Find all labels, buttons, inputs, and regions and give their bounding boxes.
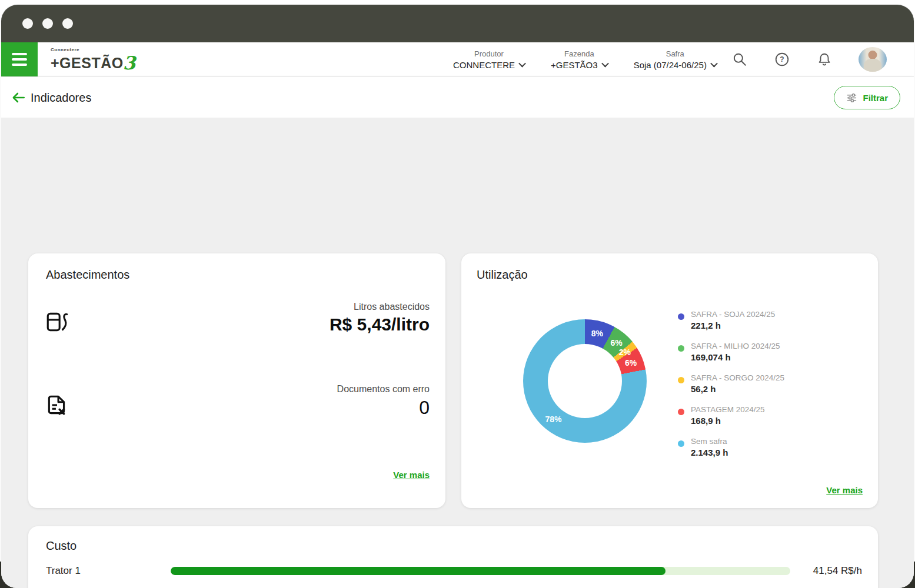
legend-value: 169,074 h [691, 352, 866, 362]
card-utilizacao-title: Utilização [477, 268, 528, 282]
logo-small-text: Connectere [51, 48, 135, 52]
custo-bar-track [171, 567, 790, 575]
legend-item: SAFRA - SORGO 2024/2556,2 h [678, 371, 866, 403]
user-avatar[interactable] [859, 47, 887, 72]
litros-abastecidos-label: Litros abastecidos [354, 302, 430, 312]
content-area: Abastecimentos Litros abastecidos R$ 5,4… [1, 118, 914, 588]
donut-slice-percentage: 8% [591, 329, 603, 338]
page-toolbar: Indicadores Filtrar [1, 77, 914, 118]
legend-color-dot [678, 377, 684, 383]
legend-label: SAFRA - MILHO 2024/25 [691, 339, 866, 350]
nav-produtor-dropdown[interactable]: Produtor CONNECTERE [453, 49, 525, 70]
browser-titlebar [1, 5, 914, 42]
bell-icon[interactable] [816, 51, 833, 68]
hamburger-menu-icon[interactable] [1, 42, 38, 76]
litros-abastecidos-value: R$ 5,43/litro [330, 315, 430, 335]
app-window: Connectere +GESTÃO3 Produtor CONNECTERE … [1, 5, 914, 588]
nav-safra-label: Safra [634, 49, 717, 58]
custo-row-label: Trator 1 [46, 565, 171, 577]
documentos-erro-value: 0 [419, 397, 430, 419]
legend-color-dot [678, 409, 684, 415]
nav-fazenda-label: Fazenda [551, 49, 608, 58]
legend-label: SAFRA - SORGO 2024/25 [691, 371, 866, 382]
app-logo: Connectere +GESTÃO3 [51, 48, 135, 71]
logo-suffix: 3 [123, 54, 136, 72]
chevron-down-icon [601, 59, 609, 67]
legend-value: 221,2 h [691, 320, 866, 330]
fuel-pump-icon [45, 309, 69, 334]
window-control-dot[interactable] [22, 18, 33, 29]
help-icon[interactable]: ? [774, 51, 790, 68]
legend-color-dot [678, 345, 684, 352]
nav-produtor-label: Produtor [453, 49, 525, 58]
custo-bar-fill [171, 567, 666, 575]
nav-safra-dropdown[interactable]: Safra Soja (07/24-06/25) [634, 49, 717, 70]
window-control-dot[interactable] [62, 18, 73, 29]
card-abastecimentos: Abastecimentos Litros abastecidos R$ 5,4… [28, 253, 445, 508]
legend-value: 168,9 h [691, 416, 866, 426]
custo-bar-row: Trator 141,54 R$/h [28, 559, 878, 583]
legend-label: Sem safra [691, 435, 866, 446]
legend-color-dot [678, 440, 684, 447]
donut-slice-percentage: 6% [610, 338, 622, 348]
chevron-down-icon [518, 59, 526, 67]
card-custo-title: Custo [46, 539, 76, 553]
card-utilizacao: Utilização 8%6%2%6%78% SAFRA - SOJA 2024… [461, 253, 878, 508]
documentos-erro-label: Documentos com erro [337, 384, 430, 395]
abastecimentos-ver-mais-link[interactable]: Ver mais [393, 470, 430, 480]
filter-button-label: Filtrar [863, 93, 888, 103]
card-custo: Custo Trator 141,54 R$/hTrator 234,51 R$… [28, 526, 878, 588]
utilizacao-ver-mais-link[interactable]: Ver mais [826, 485, 863, 495]
custo-bar-chart: Trator 141,54 R$/hTrator 234,51 R$/hTrat… [28, 559, 878, 588]
logo-main-text: +GESTÃO [51, 56, 124, 71]
page-title: Indicadores [31, 91, 91, 105]
nav-fazenda-value: +GESTÃO3 [551, 60, 598, 70]
nav-safra-value: Soja (07/24-06/25) [634, 60, 707, 70]
legend-item: SAFRA - MILHO 2024/25169,074 h [678, 339, 866, 371]
legend-item: SAFRA - SOJA 2024/25221,2 h [678, 308, 866, 339]
donut-slice-percentage: 2% [619, 348, 631, 357]
custo-row-value: 41,54 R$/h [801, 565, 862, 577]
legend-label: PASTAGEM 2024/25 [691, 403, 866, 414]
nav-produtor-value: CONNECTERE [453, 60, 515, 70]
nav-fazenda-dropdown[interactable]: Fazenda +GESTÃO3 [551, 49, 608, 70]
donut-slice-percentage: 78% [545, 415, 561, 424]
legend-item: PASTAGEM 2024/25168,9 h [678, 403, 866, 435]
legend-value: 56,2 h [691, 384, 866, 394]
utilizacao-donut-chart: 8%6%2%6%78% [523, 319, 647, 443]
legend-color-dot [678, 313, 684, 320]
document-error-icon [45, 393, 69, 418]
app-header: Connectere +GESTÃO3 Produtor CONNECTERE … [1, 42, 914, 77]
legend-label: SAFRA - SOJA 2024/25 [691, 308, 866, 319]
search-icon[interactable] [731, 51, 748, 68]
legend-value: 2.143,9 h [691, 447, 866, 457]
sliders-icon [846, 92, 857, 103]
header-nav: Produtor CONNECTERE Fazenda +GESTÃO3 Saf… [453, 42, 717, 76]
custo-bar-row: Trator 234,51 R$/h [28, 583, 878, 588]
filter-button[interactable]: Filtrar [834, 86, 900, 109]
window-control-dot[interactable] [42, 18, 53, 29]
card-abastecimentos-title: Abastecimentos [46, 268, 129, 282]
donut-slice-percentage: 6% [625, 358, 637, 368]
chevron-down-icon [710, 59, 718, 67]
header-icons: ? [731, 42, 887, 76]
svg-text:?: ? [780, 55, 784, 64]
utilizacao-legend: SAFRA - SOJA 2024/25221,2 hSAFRA - MILHO… [678, 308, 866, 466]
back-arrow-icon[interactable] [9, 89, 27, 106]
legend-item: Sem safra2.143,9 h [678, 435, 866, 466]
